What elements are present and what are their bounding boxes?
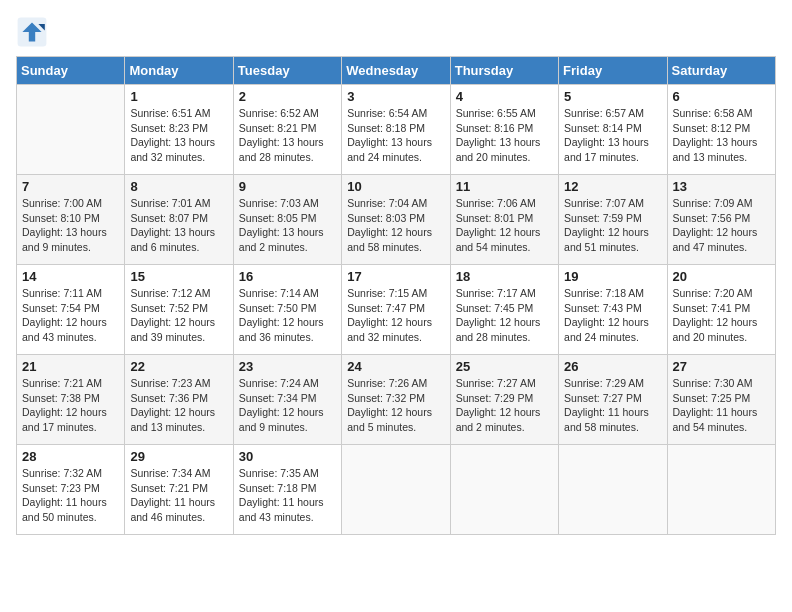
- day-number: 22: [130, 359, 227, 374]
- page-header: [16, 16, 776, 48]
- calendar-cell: 21Sunrise: 7:21 AMSunset: 7:38 PMDayligh…: [17, 355, 125, 445]
- day-number: 7: [22, 179, 119, 194]
- header-monday: Monday: [125, 57, 233, 85]
- day-number: 19: [564, 269, 661, 284]
- calendar-cell: 11Sunrise: 7:06 AMSunset: 8:01 PMDayligh…: [450, 175, 558, 265]
- calendar-cell: 7Sunrise: 7:00 AMSunset: 8:10 PMDaylight…: [17, 175, 125, 265]
- calendar-cell: 19Sunrise: 7:18 AMSunset: 7:43 PMDayligh…: [559, 265, 667, 355]
- calendar-cell: 24Sunrise: 7:26 AMSunset: 7:32 PMDayligh…: [342, 355, 450, 445]
- calendar-week-row: 28Sunrise: 7:32 AMSunset: 7:23 PMDayligh…: [17, 445, 776, 535]
- day-info: Sunrise: 7:26 AMSunset: 7:32 PMDaylight:…: [347, 376, 444, 435]
- day-number: 23: [239, 359, 336, 374]
- calendar-cell: [450, 445, 558, 535]
- day-number: 8: [130, 179, 227, 194]
- day-number: 18: [456, 269, 553, 284]
- header-thursday: Thursday: [450, 57, 558, 85]
- day-number: 2: [239, 89, 336, 104]
- day-number: 12: [564, 179, 661, 194]
- day-info: Sunrise: 7:24 AMSunset: 7:34 PMDaylight:…: [239, 376, 336, 435]
- calendar-week-row: 7Sunrise: 7:00 AMSunset: 8:10 PMDaylight…: [17, 175, 776, 265]
- day-info: Sunrise: 7:20 AMSunset: 7:41 PMDaylight:…: [673, 286, 770, 345]
- calendar-cell: [17, 85, 125, 175]
- day-info: Sunrise: 7:32 AMSunset: 7:23 PMDaylight:…: [22, 466, 119, 525]
- day-number: 4: [456, 89, 553, 104]
- calendar-cell: 18Sunrise: 7:17 AMSunset: 7:45 PMDayligh…: [450, 265, 558, 355]
- day-info: Sunrise: 7:30 AMSunset: 7:25 PMDaylight:…: [673, 376, 770, 435]
- day-info: Sunrise: 7:03 AMSunset: 8:05 PMDaylight:…: [239, 196, 336, 255]
- day-number: 9: [239, 179, 336, 194]
- day-number: 20: [673, 269, 770, 284]
- day-number: 15: [130, 269, 227, 284]
- day-number: 10: [347, 179, 444, 194]
- calendar-cell: [342, 445, 450, 535]
- day-number: 28: [22, 449, 119, 464]
- day-number: 17: [347, 269, 444, 284]
- day-info: Sunrise: 7:04 AMSunset: 8:03 PMDaylight:…: [347, 196, 444, 255]
- day-number: 6: [673, 89, 770, 104]
- calendar-week-row: 14Sunrise: 7:11 AMSunset: 7:54 PMDayligh…: [17, 265, 776, 355]
- calendar-cell: 14Sunrise: 7:11 AMSunset: 7:54 PMDayligh…: [17, 265, 125, 355]
- day-number: 14: [22, 269, 119, 284]
- day-info: Sunrise: 7:17 AMSunset: 7:45 PMDaylight:…: [456, 286, 553, 345]
- calendar-cell: 3Sunrise: 6:54 AMSunset: 8:18 PMDaylight…: [342, 85, 450, 175]
- day-number: 3: [347, 89, 444, 104]
- day-info: Sunrise: 7:01 AMSunset: 8:07 PMDaylight:…: [130, 196, 227, 255]
- day-info: Sunrise: 7:34 AMSunset: 7:21 PMDaylight:…: [130, 466, 227, 525]
- day-info: Sunrise: 7:11 AMSunset: 7:54 PMDaylight:…: [22, 286, 119, 345]
- day-info: Sunrise: 7:23 AMSunset: 7:36 PMDaylight:…: [130, 376, 227, 435]
- day-info: Sunrise: 7:27 AMSunset: 7:29 PMDaylight:…: [456, 376, 553, 435]
- day-info: Sunrise: 7:12 AMSunset: 7:52 PMDaylight:…: [130, 286, 227, 345]
- logo: [16, 16, 52, 48]
- day-number: 16: [239, 269, 336, 284]
- day-info: Sunrise: 6:55 AMSunset: 8:16 PMDaylight:…: [456, 106, 553, 165]
- calendar-week-row: 1Sunrise: 6:51 AMSunset: 8:23 PMDaylight…: [17, 85, 776, 175]
- day-info: Sunrise: 7:21 AMSunset: 7:38 PMDaylight:…: [22, 376, 119, 435]
- day-number: 26: [564, 359, 661, 374]
- calendar-cell: [559, 445, 667, 535]
- logo-icon: [16, 16, 48, 48]
- calendar-cell: 4Sunrise: 6:55 AMSunset: 8:16 PMDaylight…: [450, 85, 558, 175]
- day-info: Sunrise: 7:29 AMSunset: 7:27 PMDaylight:…: [564, 376, 661, 435]
- day-number: 1: [130, 89, 227, 104]
- header-tuesday: Tuesday: [233, 57, 341, 85]
- day-info: Sunrise: 6:57 AMSunset: 8:14 PMDaylight:…: [564, 106, 661, 165]
- day-info: Sunrise: 6:58 AMSunset: 8:12 PMDaylight:…: [673, 106, 770, 165]
- calendar-cell: [667, 445, 775, 535]
- calendar-cell: 26Sunrise: 7:29 AMSunset: 7:27 PMDayligh…: [559, 355, 667, 445]
- day-number: 27: [673, 359, 770, 374]
- calendar-cell: 15Sunrise: 7:12 AMSunset: 7:52 PMDayligh…: [125, 265, 233, 355]
- calendar-cell: 28Sunrise: 7:32 AMSunset: 7:23 PMDayligh…: [17, 445, 125, 535]
- day-info: Sunrise: 7:18 AMSunset: 7:43 PMDaylight:…: [564, 286, 661, 345]
- day-number: 5: [564, 89, 661, 104]
- calendar-cell: 12Sunrise: 7:07 AMSunset: 7:59 PMDayligh…: [559, 175, 667, 265]
- day-number: 24: [347, 359, 444, 374]
- calendar-cell: 23Sunrise: 7:24 AMSunset: 7:34 PMDayligh…: [233, 355, 341, 445]
- day-number: 30: [239, 449, 336, 464]
- calendar-cell: 16Sunrise: 7:14 AMSunset: 7:50 PMDayligh…: [233, 265, 341, 355]
- day-number: 29: [130, 449, 227, 464]
- day-info: Sunrise: 6:51 AMSunset: 8:23 PMDaylight:…: [130, 106, 227, 165]
- calendar-cell: 29Sunrise: 7:34 AMSunset: 7:21 PMDayligh…: [125, 445, 233, 535]
- day-number: 11: [456, 179, 553, 194]
- calendar-cell: 2Sunrise: 6:52 AMSunset: 8:21 PMDaylight…: [233, 85, 341, 175]
- calendar-table: SundayMondayTuesdayWednesdayThursdayFrid…: [16, 56, 776, 535]
- calendar-cell: 8Sunrise: 7:01 AMSunset: 8:07 PMDaylight…: [125, 175, 233, 265]
- day-info: Sunrise: 7:15 AMSunset: 7:47 PMDaylight:…: [347, 286, 444, 345]
- calendar-cell: 17Sunrise: 7:15 AMSunset: 7:47 PMDayligh…: [342, 265, 450, 355]
- calendar-cell: 27Sunrise: 7:30 AMSunset: 7:25 PMDayligh…: [667, 355, 775, 445]
- day-info: Sunrise: 7:00 AMSunset: 8:10 PMDaylight:…: [22, 196, 119, 255]
- day-number: 21: [22, 359, 119, 374]
- calendar-cell: 1Sunrise: 6:51 AMSunset: 8:23 PMDaylight…: [125, 85, 233, 175]
- calendar-cell: 22Sunrise: 7:23 AMSunset: 7:36 PMDayligh…: [125, 355, 233, 445]
- calendar-cell: 25Sunrise: 7:27 AMSunset: 7:29 PMDayligh…: [450, 355, 558, 445]
- header-sunday: Sunday: [17, 57, 125, 85]
- calendar-cell: 13Sunrise: 7:09 AMSunset: 7:56 PMDayligh…: [667, 175, 775, 265]
- header-saturday: Saturday: [667, 57, 775, 85]
- calendar-cell: 20Sunrise: 7:20 AMSunset: 7:41 PMDayligh…: [667, 265, 775, 355]
- calendar-cell: 10Sunrise: 7:04 AMSunset: 8:03 PMDayligh…: [342, 175, 450, 265]
- calendar-week-row: 21Sunrise: 7:21 AMSunset: 7:38 PMDayligh…: [17, 355, 776, 445]
- day-info: Sunrise: 7:07 AMSunset: 7:59 PMDaylight:…: [564, 196, 661, 255]
- header-wednesday: Wednesday: [342, 57, 450, 85]
- calendar-header-row: SundayMondayTuesdayWednesdayThursdayFrid…: [17, 57, 776, 85]
- calendar-cell: 30Sunrise: 7:35 AMSunset: 7:18 PMDayligh…: [233, 445, 341, 535]
